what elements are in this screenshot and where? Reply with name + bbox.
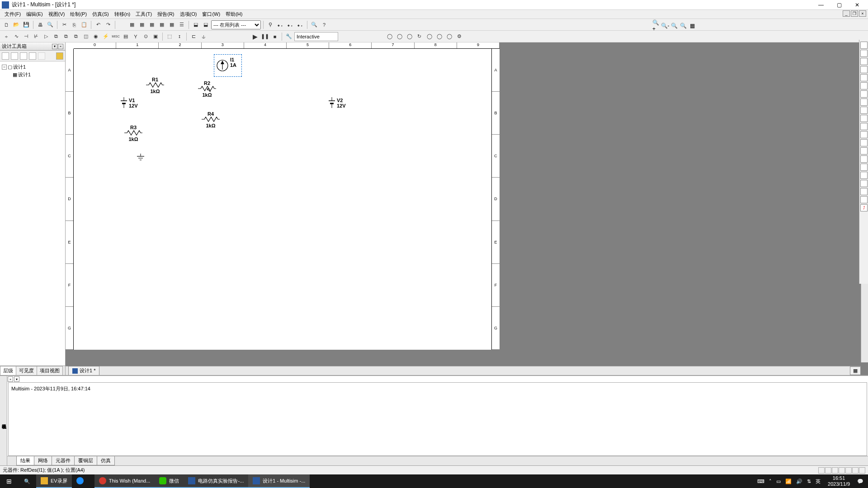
tb-blank-icon[interactable] — [38, 52, 45, 60]
menu-edit[interactable]: 编辑(E) — [24, 10, 46, 19]
taskbar-item-word[interactable]: 电路仿真实验报告-... — [184, 474, 248, 488]
toggle-sheet2-icon[interactable]: ▦ — [137, 20, 146, 29]
tray-chevron-up-icon[interactable]: ˄ — [769, 479, 772, 484]
taskbar-item-wechat[interactable]: 微信 — [155, 474, 184, 488]
zoom-full-icon[interactable]: ▦ — [688, 22, 696, 30]
instrument-wattmeter-icon[interactable] — [860, 58, 868, 65]
instrument-bode-icon[interactable] — [860, 82, 868, 89]
instrument-spec-icon[interactable] — [860, 139, 868, 146]
sh-tab-sim[interactable]: 仿真 — [97, 456, 115, 465]
tab-hierarchy[interactable]: 层级 — [0, 366, 16, 375]
taskbar-clock[interactable]: 16:51 2023/11/9 — [825, 475, 853, 487]
sh-tab-copper[interactable]: 覆铜层 — [74, 456, 97, 465]
taskbar-search-button[interactable]: 🔍 — [18, 474, 36, 488]
marker2-icon[interactable]: ⬥▾ — [276, 20, 285, 29]
place-analog-icon[interactable]: ▷ — [42, 32, 51, 41]
component-r3[interactable]: R3 1kΩ — [124, 125, 142, 142]
taskbar-item-ev[interactable]: EV录屏 — [36, 474, 72, 488]
menu-tools[interactable]: 工具(T) — [133, 10, 155, 19]
marker1-icon[interactable]: ⚲ — [266, 20, 275, 29]
minimize-button[interactable]: — — [812, 0, 830, 9]
place-indicator-icon[interactable]: ◉ — [91, 32, 100, 41]
place-advanced-icon[interactable]: ▤ — [121, 32, 130, 41]
instrument-net-icon[interactable] — [860, 147, 868, 155]
place-cmos-icon[interactable]: ⧉ — [61, 32, 71, 41]
mdi-minimize-button[interactable]: _ — [843, 10, 850, 17]
stop-button[interactable]: ■ — [270, 32, 279, 41]
place-power-icon[interactable]: ⚡ — [101, 32, 110, 41]
tb-new-icon[interactable] — [2, 52, 9, 60]
marker3-icon[interactable]: ⬥▾ — [286, 20, 295, 29]
paste-icon[interactable]: 📋 — [80, 20, 89, 29]
copy-icon[interactable]: ⎘ — [70, 20, 79, 29]
marker4-icon[interactable]: ⬥▾ — [296, 20, 305, 29]
place-conn-icon[interactable]: ⊏ — [189, 32, 198, 41]
start-button[interactable]: ⊞ — [0, 474, 18, 488]
instrument-elvis-icon[interactable] — [860, 196, 868, 203]
sh-tab-components[interactable]: 元器件 — [52, 456, 75, 465]
zoom-fit-icon[interactable]: 🔍 — [679, 22, 687, 30]
place-transistor-icon[interactable]: ⊬ — [32, 32, 41, 41]
toggle-sheet4-icon[interactable]: ▦ — [157, 20, 166, 29]
tree-root-node[interactable]: − ▢ 设计1 — [2, 63, 63, 71]
print-preview-icon[interactable]: 🔍 — [46, 20, 55, 29]
tray-ime[interactable]: 英 — [816, 478, 821, 485]
probe5-icon[interactable]: ◯ — [425, 32, 434, 41]
menu-options[interactable]: 选项(O) — [177, 10, 200, 19]
mdi-restore-button[interactable]: ❐ — [851, 10, 858, 17]
component-i1[interactable] — [216, 57, 229, 75]
instrument-agilent-fg-icon[interactable] — [860, 155, 868, 163]
place-junction-icon[interactable]: ⫝ — [199, 32, 208, 41]
probe-settings-icon[interactable]: ⚙ — [455, 32, 464, 41]
instrument-agilent-scope-icon[interactable] — [860, 172, 868, 179]
place-electromech-icon[interactable]: ⊙ — [141, 32, 150, 41]
menu-transfer[interactable]: 转移(n) — [112, 10, 133, 19]
panel-dropdown-button[interactable]: ▾ — [52, 44, 57, 49]
probe6-icon[interactable]: ◯ — [435, 32, 444, 41]
instrument-funcgen-icon[interactable] — [860, 50, 868, 57]
place-misc-icon[interactable]: MISC — [111, 32, 120, 41]
place-bus-icon[interactable]: ɪ — [175, 32, 184, 41]
tray-sync-icon[interactable]: ⇅ — [807, 479, 811, 484]
open-icon[interactable]: 📂 — [12, 20, 21, 29]
interactive-icon[interactable]: 🔧 — [284, 32, 293, 41]
mdi-close-button[interactable]: × — [859, 10, 866, 17]
component-r1[interactable]: R1 1kΩ — [146, 77, 164, 94]
tb-saveall-icon[interactable] — [29, 52, 36, 60]
menu-reports[interactable]: 报告(R) — [155, 10, 177, 19]
component-ground[interactable] — [136, 154, 145, 163]
taskbar-item-multisim[interactable]: 设计1 - Multisim -... — [248, 474, 310, 488]
toggle-sheet5-icon[interactable]: ▦ — [167, 20, 176, 29]
pause-button[interactable]: ❚❚ — [260, 32, 269, 41]
instrument-scope-icon[interactable] — [860, 66, 868, 73]
help-search-icon[interactable]: 🔍 — [310, 20, 319, 29]
taskbar-item-edge[interactable] — [72, 474, 94, 488]
db2-icon[interactable]: ⬓ — [201, 20, 210, 29]
instrument-labview-icon[interactable] — [860, 188, 868, 195]
print-icon[interactable]: 🖶 — [36, 20, 45, 29]
in-use-list-select[interactable]: --- 在用列表 --- — [211, 20, 261, 29]
new-icon[interactable]: 🗋 — [2, 20, 11, 29]
expander-icon[interactable]: − — [2, 65, 7, 70]
instrument-agilent-mm-icon[interactable] — [860, 164, 868, 171]
tray-battery-icon[interactable]: ▭ — [776, 479, 781, 484]
instrument-multimeter-icon[interactable] — [860, 42, 868, 49]
sh-tab-results[interactable]: 结果 — [16, 456, 34, 465]
cut-icon[interactable]: ✂ — [60, 20, 69, 29]
probe2-icon[interactable]: ◯ — [395, 32, 404, 41]
tab-project-view[interactable]: 项目视图 — [37, 366, 63, 375]
probe7-icon[interactable]: ◯ — [445, 32, 454, 41]
component-i1-label[interactable]: I1 1A — [230, 57, 236, 68]
place-mixed-icon[interactable]: ◫ — [81, 32, 90, 41]
maximize-button[interactable]: ▢ — [830, 0, 848, 9]
place-basic-icon[interactable]: ∿ — [12, 32, 21, 41]
place-diode-icon[interactable]: ⊣ — [22, 32, 31, 41]
place-ttl-icon[interactable]: ⧉ — [52, 32, 61, 41]
instrument-logic-conv-icon[interactable] — [860, 115, 868, 122]
instrument-4ch-scope-icon[interactable] — [860, 74, 868, 81]
probe1-icon[interactable]: ◯ — [385, 32, 394, 41]
instrument-iv-icon[interactable] — [860, 123, 868, 130]
component-v1[interactable]: V1 12V — [119, 96, 138, 110]
tray-wifi-icon[interactable]: 📶 — [785, 479, 792, 484]
component-v2[interactable]: V2 12V — [327, 96, 346, 110]
